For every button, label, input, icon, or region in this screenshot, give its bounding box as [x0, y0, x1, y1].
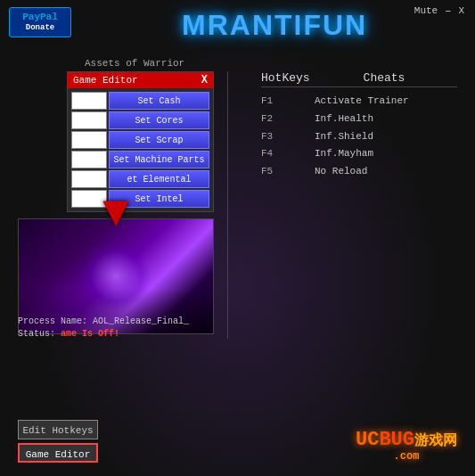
editor-row-4: et Elemental Fragment — [71, 170, 209, 188]
hotkey-key-f5: F5 — [261, 163, 297, 181]
scrap-input[interactable] — [71, 131, 107, 149]
process-info: Process Name: AOL_Release_Final_ Status:… — [18, 316, 189, 341]
donate-label: Donate — [17, 23, 63, 33]
cash-input[interactable] — [71, 92, 107, 110]
close-button[interactable]: X — [458, 5, 464, 18]
process-name: Process Name: AOL_Release_Final_ — [18, 316, 189, 328]
top-separator: – — [445, 5, 451, 18]
game-editor-title: Game Editor — [73, 75, 138, 86]
ucbug-name: UCBUG游戏网 — [356, 430, 457, 451]
paypal-donate-button[interactable]: PayPal Donate — [9, 7, 71, 37]
hotkey-action-f4: Inf.Mayham — [315, 145, 373, 163]
main-area: Assets of Warrior Game Editor X Set Cash… — [0, 53, 475, 476]
game-editor-button[interactable]: Game Editor — [18, 443, 98, 463]
set-machine-parts-button[interactable]: Set Machine Parts — [109, 151, 209, 168]
set-elemental-fragment-button[interactable]: et Elemental Fragment — [109, 170, 209, 188]
edit-hotkeys-button[interactable]: Edit Hotkeys — [18, 420, 98, 439]
subtitle: Assets of Warrior — [85, 58, 184, 69]
ucbug-watermark: UCBUG游戏网 .com — [356, 430, 457, 463]
set-scrap-button[interactable]: Set Scrap — [109, 131, 209, 149]
hotkey-row-f2: F2 Inf.Health — [261, 111, 457, 128]
hotkeys-table: F1 Activate Trainer F2 Inf.Health F3 Inf… — [261, 93, 457, 181]
hotkey-action-f1: Activate Trainer — [315, 93, 409, 111]
bottom-buttons: Edit Hotkeys Game Editor — [18, 420, 98, 463]
editor-row-1: Set Cores — [71, 111, 209, 129]
vertical-divider — [227, 71, 228, 339]
hotkey-key-f3: F3 — [261, 128, 297, 146]
arrow-icon: ▼ — [102, 192, 129, 236]
hotkey-row-f4: F4 Inf.Mayham — [261, 145, 457, 163]
set-cash-button[interactable]: Set Cash — [109, 92, 209, 110]
hotkey-key-f1: F1 — [261, 93, 297, 111]
status-value: ame Is Off! — [61, 329, 119, 339]
paypal-label: PayPal — [17, 12, 63, 23]
editor-buttons-container: Set Cash Set Cores Set Scrap Set Machine… — [68, 88, 213, 211]
bug-text: BUG — [379, 429, 414, 451]
hotkeys-panel: HotKeys Cheats F1 Activate Trainer F2 In… — [261, 71, 457, 181]
cores-input[interactable] — [71, 111, 107, 129]
process-status: Status: ame Is Off! — [18, 328, 189, 341]
gaming-text: 游戏网 — [414, 433, 457, 449]
set-cores-button[interactable]: Set Cores — [109, 111, 209, 129]
hotkey-row-f3: F3 Inf.Shield — [261, 128, 457, 146]
editor-row-5: Set Intel — [71, 190, 209, 208]
hotkey-action-f2: Inf.Health — [315, 111, 373, 128]
uc-text: UC — [356, 429, 379, 451]
hotkeys-col-header: HotKeys — [261, 71, 310, 85]
hotkey-row-f5: F5 No Reload — [261, 163, 457, 181]
editor-row-0: Set Cash — [71, 92, 209, 110]
hotkey-action-f3: Inf.Shield — [315, 128, 373, 146]
hotkeys-header: HotKeys Cheats — [261, 71, 457, 87]
editor-row-3: Set Machine Parts — [71, 151, 209, 168]
app-title: MRANTIFUN — [182, 9, 367, 42]
mute-button[interactable]: Mute — [414, 5, 438, 18]
machine-parts-input[interactable] — [71, 151, 107, 168]
cheats-col-header: Cheats — [364, 71, 405, 85]
ucbug-domain: .com — [356, 451, 457, 463]
elemental-input[interactable] — [71, 170, 107, 188]
hotkey-action-f5: No Reload — [315, 163, 367, 181]
hotkey-key-f4: F4 — [261, 145, 297, 163]
editor-row-2: Set Scrap — [71, 131, 209, 149]
hotkey-row-f1: F1 Activate Trainer — [261, 93, 457, 111]
game-editor-titlebar: Game Editor X — [68, 72, 213, 88]
game-editor-panel: Game Editor X Set Cash Set Cores Set Scr… — [67, 71, 214, 212]
hotkey-key-f2: F2 — [261, 111, 297, 128]
game-editor-close-button[interactable]: X — [201, 74, 208, 86]
intel-input[interactable] — [71, 190, 107, 208]
